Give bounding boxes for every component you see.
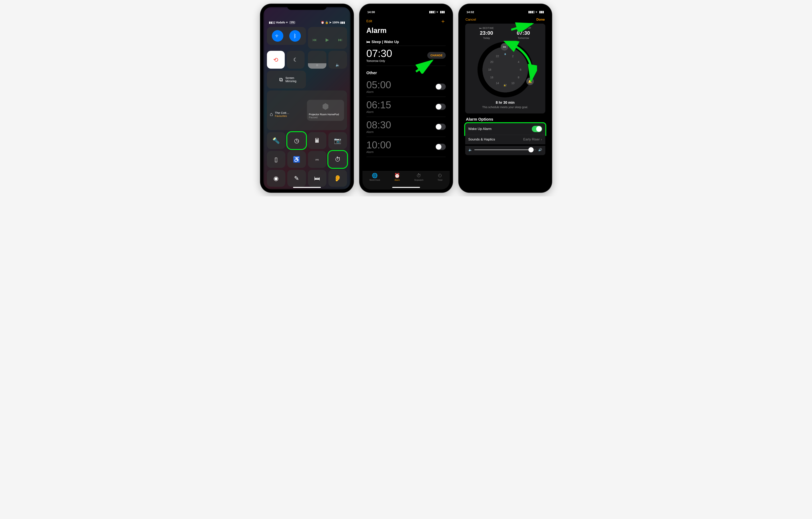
alarm-options-title: Alarm Options	[462, 113, 549, 123]
svg-line-0	[416, 61, 432, 72]
sounds-label: Sounds & Haptics	[468, 137, 495, 141]
duration-label: 8 hr 30 min	[468, 101, 542, 105]
sleep-wake-header: 🛏 Sleep | Wake Up	[367, 38, 446, 46]
phone-control-center: ▮▮▯▯ Vodafo ᯤ VPN ⏰ 🔒 ➤ 100% ▮▮▮ ᯤ ᛒ	[260, 4, 353, 192]
timer-icon: ◷	[294, 137, 299, 144]
alarm-row[interactable]: 08:30 Alarm	[367, 117, 446, 137]
wake-up-alarm-toggle[interactable]	[532, 126, 542, 132]
done-button[interactable]: Done	[536, 18, 545, 22]
stopwatch-icon: ⏱	[335, 156, 341, 163]
signal-icon: ▮▮▮▯	[429, 10, 435, 14]
waveform-icon: ⎓	[315, 156, 319, 163]
dial-number: 22	[496, 55, 499, 58]
home-indicator[interactable]	[392, 187, 420, 188]
svg-line-1	[511, 24, 532, 30]
page-title: Alarm	[367, 26, 446, 35]
wake-up-alarm-label: Wake Up Alarm	[468, 127, 492, 131]
brightness-slider[interactable]: ☼	[308, 51, 326, 69]
homepod-title: Projector Room HomePod	[309, 113, 342, 116]
wifi-icon: ᯤ	[436, 10, 439, 14]
home-indicator[interactable]	[293, 187, 321, 188]
screen-mirroring-tile[interactable]: ⧉ Screen Mirroring	[267, 71, 306, 88]
remote-button[interactable]: ▯	[267, 151, 286, 168]
rotation-lock-button[interactable]: ⟲	[267, 51, 285, 69]
sleep-button[interactable]: 🛏	[308, 170, 326, 187]
alarm-toggle[interactable]	[435, 104, 446, 110]
dial-number: 18	[488, 68, 491, 71]
flashlight-button[interactable]: 🔦	[267, 132, 286, 149]
hearing-button[interactable]: 👂	[328, 170, 347, 187]
phone-alarm-list: 14:00 ▮▮▮▯ ᯤ ▮▮▮ Edit ＋ Alarm 🛏 Sleep | …	[359, 4, 453, 192]
status-time: 14:00	[368, 10, 375, 14]
status-bar: ▮▮▯▯ Vodafo ᯤ VPN ⏰ 🔒 ➤ 100% ▮▮▮	[267, 7, 347, 27]
chevron-right-icon: ›	[541, 137, 542, 141]
globe-icon: 🌐	[372, 173, 378, 179]
bluetooth-toggle[interactable]: ᛒ	[289, 30, 301, 42]
alarm-toggle[interactable]	[435, 124, 446, 130]
tab-alarm[interactable]: ⏰ Alarm	[394, 173, 400, 181]
tab-stopwatch[interactable]: ⏱ Stopwatch	[414, 173, 424, 181]
dial-number: 20	[490, 60, 493, 63]
alarm-label: Alarm	[367, 90, 391, 93]
rewind-icon[interactable]: ⏮	[312, 37, 317, 43]
volume-slider[interactable]: 🔈	[328, 51, 347, 69]
signal-icon: ▮▮▮▯	[528, 10, 534, 14]
add-alarm-button[interactable]: ＋	[440, 18, 446, 25]
annotation-arrow-dial	[501, 41, 537, 84]
vpn-badge: VPN	[290, 21, 295, 24]
alarm-label: Alarm	[367, 130, 391, 134]
cancel-button[interactable]: Cancel	[466, 18, 476, 22]
wifi-toggle[interactable]: ᯤ	[272, 30, 283, 42]
alarm-time: 08:30	[367, 120, 391, 130]
lock-icon: 🔒	[325, 21, 328, 24]
play-icon[interactable]: ▶	[326, 37, 329, 43]
screen-record-button[interactable]: ◉	[267, 170, 286, 187]
sounds-haptics-row[interactable]: Sounds & Haptics Early Riser ›	[465, 135, 545, 144]
volume-row[interactable]: 🔈 🔊	[465, 146, 545, 155]
remote-icon: ▯	[274, 156, 278, 163]
notes-button[interactable]: ✎	[287, 170, 306, 187]
voice-memo-button[interactable]: ⎓	[308, 151, 326, 168]
timer-button[interactable]: ◷	[287, 132, 306, 149]
flashlight-icon: 🔦	[272, 137, 280, 144]
alarm-row[interactable]: 05:00 Alarm	[367, 77, 446, 97]
media-controls-tile[interactable]: ⏮ ▶ ⏭	[308, 27, 347, 49]
alarm-toggle[interactable]	[435, 84, 446, 90]
volume-slider-track[interactable]	[474, 149, 536, 150]
connectivity-tile[interactable]: ᯤ ᛒ	[267, 27, 306, 45]
tab-timer[interactable]: ⏲ Timer	[438, 173, 442, 181]
timer-icon: ⏲	[438, 173, 442, 179]
alarm-icon: ⏰	[394, 173, 400, 179]
dial-number: 14	[496, 82, 499, 85]
alarm-button[interactable]: ⏱	[328, 151, 347, 168]
tab-world-clock[interactable]: 🌐 World Clock	[370, 173, 380, 181]
wake-time: 07:30	[367, 48, 392, 58]
calculator-button[interactable]: 🖩	[308, 132, 326, 149]
alarm-toggle[interactable]	[435, 144, 446, 150]
do-not-disturb-button[interactable]: ☾	[287, 51, 304, 69]
bed-icon: 🛏	[314, 175, 320, 182]
camera-button[interactable]: 📷	[328, 132, 347, 149]
ear-icon: 👂	[334, 175, 341, 182]
homepod-tile[interactable]: ⬢ Projector Room HomePod Paused	[307, 100, 344, 121]
tab-label: Alarm	[395, 179, 400, 181]
alarm-row[interactable]: 10:00 Alarm	[367, 137, 446, 157]
camera-icon: 📷	[334, 137, 341, 144]
wake-up-alarm-row[interactable]: Wake Up Alarm	[465, 123, 545, 135]
rotation-lock-icon: ⟲	[273, 56, 278, 63]
sleep-wake-label: Sleep | Wake Up	[372, 40, 399, 44]
home-fav-sub: Favourites	[275, 114, 289, 117]
wifi-icon: ᯤ	[286, 21, 289, 24]
sleep-dial[interactable]: 0246810121416182022 🛏 🔔 ✦ ☀	[477, 42, 533, 98]
speaker-low-icon: 🔈	[468, 148, 472, 152]
alarm-row[interactable]: 06:15 Alarm	[367, 97, 446, 117]
accessibility-button[interactable]: ♿	[287, 151, 306, 168]
homepod-icon: ⬢	[309, 102, 342, 111]
compose-icon: ✎	[294, 175, 299, 182]
carrier-label: Vodafo	[276, 21, 285, 24]
home-tile[interactable]: ⌂ The Cott… Favourites ⬢ Projector Room …	[267, 90, 347, 130]
edit-button[interactable]: Edit	[367, 19, 372, 23]
forward-icon[interactable]: ⏭	[338, 37, 343, 43]
bedtime-time: 23:00	[479, 30, 494, 36]
battery-icon: ▮▮▮	[539, 10, 544, 14]
